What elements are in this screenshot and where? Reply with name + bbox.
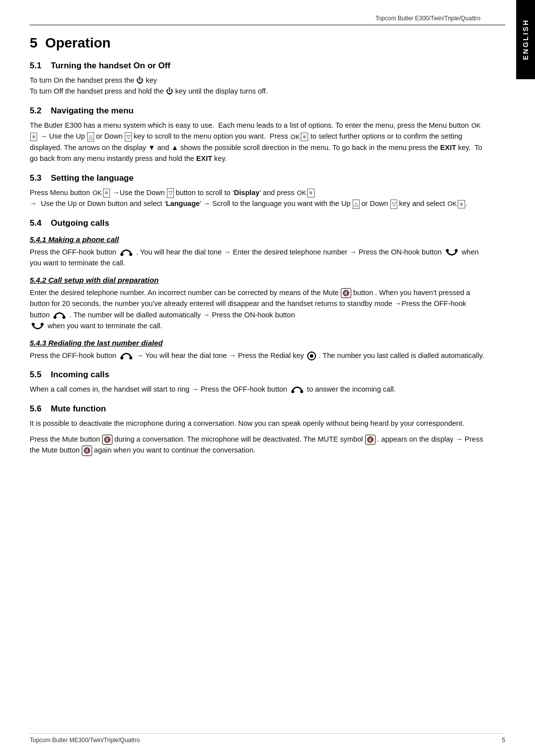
section-5-4-3-text: Press the OFF-hook button → You will hea…: [30, 350, 485, 361]
svg-point-2: [446, 249, 449, 252]
mute-icon-3: 🔇: [365, 435, 375, 445]
section-5-3-heading: 5.3 Setting the language: [30, 173, 485, 183]
section-5-1-heading: 5.1 Turning the handset On or Off: [30, 61, 485, 71]
section-5-5: 5.5 Incoming calls When a call comes in,…: [30, 370, 485, 395]
section-5-6: 5.6 Mute function It is possible to deac…: [30, 404, 485, 456]
svg-point-7: [41, 323, 44, 326]
page-header: Topcom Butler E300/Twin/Triple/Quattro: [30, 15, 505, 25]
off-hook-icon-4: [290, 386, 304, 394]
svg-point-5: [62, 316, 65, 319]
on-hook-icon: [445, 249, 459, 256]
section-5-2: 5.2 Navigating the menu The Butler E300 …: [30, 106, 485, 164]
section-5-4-2-text: Enter the desired telephone number. An i…: [30, 287, 485, 332]
on-hook-icon-2: [31, 322, 45, 330]
section-5-6-text-1: It is possible to deactivate the microph…: [30, 418, 485, 429]
section-5-6-text-2: Press the Mute button 🔇 during a convers…: [30, 434, 485, 456]
section-5-4: 5.4 Outgoing calls 5.4.1 Making a phone …: [30, 218, 485, 361]
chapter-title: 5 Operation: [30, 35, 485, 51]
off-hook-icon-2: [53, 311, 66, 319]
footer-right: 5: [502, 737, 505, 744]
svg-point-0: [120, 253, 123, 256]
page-wrapper: ENGLISH Topcom Butler E300/Twin/Triple/Q…: [0, 0, 535, 756]
section-5-2-text: The Butler E300 has a menu system which …: [30, 120, 485, 164]
section-5-1-text: To turn On the handset press the ⏻ key T…: [30, 75, 485, 97]
svg-point-1: [129, 253, 132, 256]
svg-point-11: [300, 390, 303, 393]
footer-left: Topcom Butler ME300/Twin/Triple/Quattro: [30, 737, 140, 744]
section-5-4-2-heading: 5.4.2 Call setup with dial preparation: [30, 276, 485, 284]
section-5-4-1-heading: 5.4.1 Making a phone call: [30, 235, 485, 244]
main-content: 5 Operation 5.1 Turning the handset On o…: [30, 35, 505, 456]
section-5-4-3-heading: 5.4.3 Redialing the last number dialed: [30, 339, 485, 347]
section-5-4-heading: 5.4 Outgoing calls: [30, 218, 485, 228]
section-5-5-text: When a call comes in, the handset will s…: [30, 384, 485, 395]
mute-icon-1: 🔇: [341, 288, 351, 299]
svg-point-9: [129, 356, 132, 359]
redial-icon: [307, 352, 316, 360]
section-5-5-heading: 5.5 Incoming calls: [30, 370, 485, 380]
section-5-2-heading: 5.2 Navigating the menu: [30, 106, 485, 116]
svg-point-10: [291, 390, 294, 393]
svg-point-6: [32, 323, 35, 326]
mute-icon-4: 🔇: [82, 446, 92, 456]
mute-icon-2: 🔇: [102, 435, 112, 445]
header-title: Topcom Butler E300/Twin/Triple/Quattro: [375, 15, 481, 22]
off-hook-icon-3: [119, 352, 133, 360]
section-5-3: 5.3 Setting the language Press Menu butt…: [30, 173, 485, 209]
section-5-4-1-text: Press the OFF-hook button . You will hea…: [30, 247, 485, 269]
section-5-1: 5.1 Turning the handset On or Off To tur…: [30, 61, 485, 97]
side-tab: ENGLISH: [516, 0, 535, 79]
svg-point-8: [120, 356, 123, 359]
section-5-6-heading: 5.6 Mute function: [30, 404, 485, 414]
svg-point-4: [54, 316, 56, 319]
side-tab-label: ENGLISH: [522, 19, 530, 60]
section-5-3-text: Press Menu button OK≡ →Use the Down ▽ bu…: [30, 187, 485, 209]
off-hook-icon: [119, 249, 133, 256]
svg-point-3: [455, 249, 458, 252]
page-footer: Topcom Butler ME300/Twin/Triple/Quattro …: [30, 733, 505, 744]
